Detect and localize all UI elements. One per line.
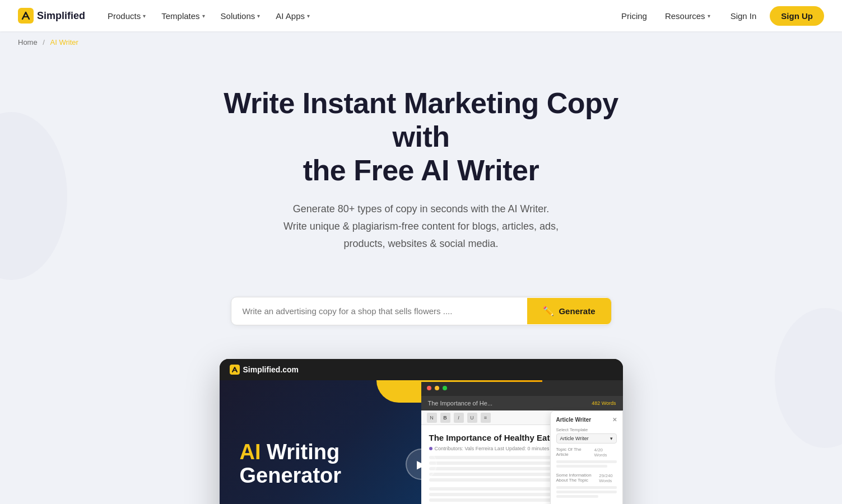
- bg-decoration-left: [0, 112, 67, 280]
- nav-pricing[interactable]: Pricing: [615, 7, 654, 25]
- nav-ai-apps[interactable]: AI Apps ▾: [269, 7, 317, 25]
- breadcrumb: Home / AI Writer: [0, 31, 842, 53]
- video-right-panel: The Importance of He... 482 Words N B I …: [421, 380, 623, 504]
- hero-subtitle: Generate 80+ types of copy in seconds wi…: [194, 200, 649, 252]
- signup-button[interactable]: Sign Up: [770, 6, 824, 26]
- breadcrumb-separator: /: [43, 38, 45, 46]
- text-line: [556, 495, 599, 498]
- brand-name: Simplified: [37, 10, 85, 22]
- generate-button[interactable]: ✏️ Generate: [527, 298, 611, 324]
- play-button[interactable]: ▶: [406, 449, 437, 480]
- video-logo: Simplified.com: [230, 365, 299, 375]
- nav-links: Products ▾ Templates ▾ Solutions ▾ AI Ap…: [101, 7, 615, 25]
- ai-panel-close[interactable]: ✕: [612, 417, 617, 423]
- logo-icon: [18, 8, 34, 24]
- editor-topbar: [421, 380, 623, 396]
- breadcrumb-current: AI Writer: [50, 38, 78, 46]
- nav-templates[interactable]: Templates ▾: [155, 7, 211, 25]
- breadcrumb-home[interactable]: Home: [18, 38, 38, 46]
- text-line: [556, 465, 608, 468]
- toolbar-normal[interactable]: N: [427, 413, 437, 423]
- chevron-down-icon: ▾: [307, 13, 310, 19]
- video-heading: AI Writing Generator: [240, 441, 401, 488]
- hero-title: Write Instant Marketing Copy with the Fr…: [194, 87, 649, 187]
- video-accent: [376, 380, 421, 403]
- toolbar-more[interactable]: ≡: [481, 413, 491, 423]
- svg-rect-0: [18, 8, 34, 24]
- nav-right: Pricing Resources ▾ Sign In Sign Up: [615, 6, 824, 26]
- word-count-label: 482 Words: [592, 400, 616, 406]
- template-select[interactable]: Article Writer ▾: [556, 433, 617, 444]
- video-section: Simplified.com AI Writing Generator ▶: [0, 359, 842, 504]
- chevron-down-icon: ▾: [610, 436, 613, 441]
- info-row: Some Information About The Topic 29/240 …: [556, 473, 617, 484]
- info-text: [556, 486, 617, 498]
- ai-writer-panel: Article Writer ✕ Select Template Article…: [550, 410, 623, 504]
- window-dot-green: [443, 386, 447, 390]
- navbar: Simplified Products ▾ Templates ▾ Soluti…: [0, 0, 842, 31]
- search-input[interactable]: [231, 297, 528, 325]
- video-main: AI Writing Generator ▶ The Importance of…: [220, 380, 623, 504]
- chevron-down-icon: ▾: [257, 13, 260, 19]
- editor-title-bar: The Importance of He... 482 Words: [421, 396, 623, 410]
- hero-section: Write Instant Marketing Copy with the Fr…: [180, 53, 662, 297]
- meta-dot: [429, 447, 432, 450]
- toolbar-italic[interactable]: I: [454, 413, 464, 423]
- topic-row: Topic Of The Article 4/20 Words: [556, 447, 617, 458]
- chevron-down-icon: ▾: [202, 13, 205, 19]
- nav-resources[interactable]: Resources ▾: [658, 7, 717, 25]
- toolbar-bold[interactable]: B: [440, 413, 450, 423]
- editor-title-text: The Importance of He...: [428, 400, 493, 407]
- brand-logo[interactable]: Simplified: [18, 8, 85, 24]
- accent-bar: [421, 380, 542, 382]
- text-line: [556, 460, 617, 463]
- video-topbar: Simplified.com: [220, 359, 623, 380]
- signin-button[interactable]: Sign In: [722, 7, 766, 25]
- text-line: [556, 486, 617, 489]
- nav-products[interactable]: Products ▾: [101, 7, 152, 25]
- chevron-down-icon: ▾: [708, 13, 710, 19]
- text-line: [556, 491, 617, 493]
- chevron-down-icon: ▾: [143, 13, 146, 19]
- topic-text: [556, 460, 617, 468]
- toolbar-underline[interactable]: U: [467, 413, 477, 423]
- search-bar-wrapper: ✏️ Generate: [0, 297, 842, 325]
- nav-solutions[interactable]: Solutions ▾: [214, 7, 267, 25]
- video-left-panel: AI Writing Generator ▶: [220, 380, 421, 504]
- generate-icon: ✏️: [543, 306, 554, 316]
- video-card: Simplified.com AI Writing Generator ▶: [220, 359, 623, 504]
- ai-panel-header: Article Writer ✕: [556, 417, 617, 423]
- window-dot-red: [427, 386, 431, 390]
- template-label: Select Template: [556, 427, 617, 432]
- search-bar: ✏️ Generate: [231, 297, 612, 325]
- svg-rect-1: [230, 365, 240, 375]
- window-dot-yellow: [435, 386, 439, 390]
